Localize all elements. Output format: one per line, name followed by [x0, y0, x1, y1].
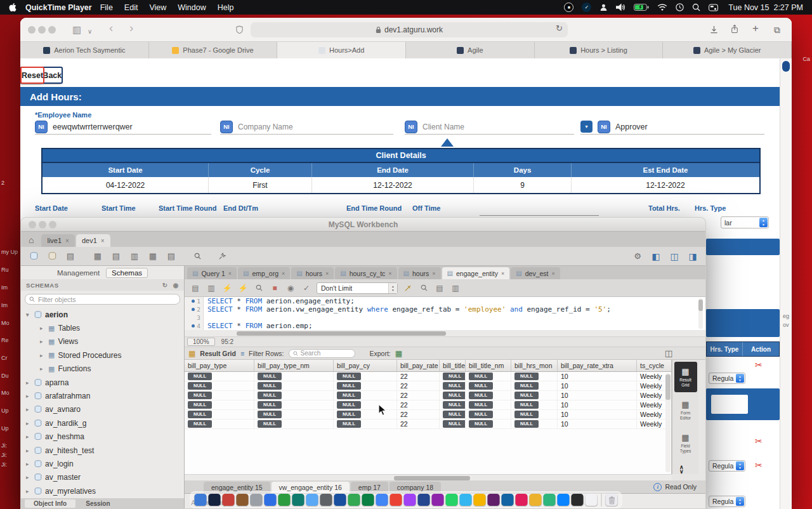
schema-child-item[interactable]: ▸ ▦ Views [21, 335, 184, 348]
grid-cell[interactable]: 10 [558, 372, 637, 381]
grid-cell[interactable]: NULL [440, 410, 466, 419]
tree-collapsed-icon[interactable]: ▸ [40, 352, 45, 359]
browser-tab[interactable]: Hours > Listing [535, 42, 664, 58]
dock-app-icon[interactable] [334, 494, 346, 506]
toggle-secondary-panel-icon[interactable]: ◨ [686, 250, 699, 263]
delete-row-scissors-icon[interactable]: ✂ [755, 436, 763, 446]
grid-cell[interactable]: NULL [511, 400, 558, 409]
grid-cell[interactable]: NULL [440, 420, 466, 428]
delete-row-scissors-icon[interactable]: ✂ [755, 460, 763, 470]
expand-panel-icon[interactable]: ◉ [173, 282, 179, 289]
tree-expanded-icon[interactable]: ▾ [26, 312, 31, 318]
schema-tree-item[interactable]: ▸ aparna [21, 376, 184, 389]
privacy-shield-icon[interactable] [236, 25, 243, 34]
grid-cell[interactable]: NULL [511, 372, 558, 381]
new-model-icon[interactable] [46, 250, 58, 263]
dock-app-icon[interactable] [223, 494, 235, 506]
grid-cell[interactable]: 22 [397, 372, 440, 381]
tree-collapsed-icon[interactable]: ▸ [40, 366, 45, 372]
save-script-icon[interactable]: ▥ [206, 282, 217, 294]
editor-scrollbar[interactable] [698, 298, 703, 329]
close-icon[interactable]: × [325, 270, 329, 277]
result-view-tool[interactable]: ▦ Field Types [674, 428, 697, 458]
grid-cell[interactable]: NULL [334, 381, 397, 390]
editor-horizontal-scrollbar[interactable] [185, 330, 705, 337]
company-name-field[interactable]: NI Company Name [220, 119, 393, 135]
form-action-button[interactable]: Reset [20, 67, 44, 84]
grid-cell[interactable]: 10 [558, 391, 637, 400]
dock-app-icon[interactable] [404, 494, 416, 506]
browser-tab[interactable]: Agile > My Glacier [663, 42, 792, 58]
schema-filter-input[interactable]: Filter objects [25, 294, 180, 305]
new-connection-icon[interactable] [27, 250, 40, 263]
close-icon[interactable]: × [501, 270, 504, 277]
grid-cell[interactable]: 22 [397, 381, 440, 390]
code-line[interactable]: 4 SELECT * FROM aerion.emp; [185, 322, 705, 330]
window-minimize-button[interactable] [38, 26, 46, 34]
grid-cell[interactable]: NULL [254, 381, 334, 390]
dock-app-icon[interactable] [446, 494, 458, 506]
create-schema-icon[interactable]: ▦ [91, 250, 104, 263]
schema-child-item[interactable]: ▸ ▦ Functions [21, 362, 184, 376]
code-line[interactable]: 3 [185, 314, 705, 322]
column-header[interactable]: bill_pay_type_nm [254, 360, 334, 372]
stop-query-icon[interactable]: ■ [269, 282, 280, 294]
close-icon[interactable]: × [101, 237, 105, 244]
schema-tree-item[interactable]: ▸ av_master [21, 471, 184, 484]
grid-cell[interactable]: NULL [185, 420, 254, 428]
close-icon[interactable]: × [282, 270, 285, 277]
grid-cell[interactable]: NULL [511, 420, 558, 428]
dock-app-icon[interactable] [209, 494, 221, 506]
code-line[interactable]: 2 SELECT * FROM aerion.vw_engage_entity … [185, 305, 705, 314]
scrollbar-thumb[interactable] [665, 374, 671, 400]
dock-app-icon[interactable] [237, 494, 249, 506]
tree-collapsed-icon[interactable]: ▸ [40, 325, 45, 331]
toggle-result-panel-icon[interactable]: ◫ [665, 348, 672, 358]
scrollbar-thumb[interactable] [237, 331, 446, 336]
clock-menu-icon[interactable] [676, 3, 684, 11]
schema-child-item[interactable]: ▸ ▦ Stored Procedures [21, 348, 184, 362]
info-icon[interactable]: i [653, 483, 662, 491]
menubar-clock[interactable]: Tue Nov 15 2:27 PM [728, 3, 803, 12]
table-row[interactable]: NULLNULLNULL22NULLNULLNULL10Weekly [185, 400, 672, 410]
dock-app-icon[interactable] [502, 494, 514, 506]
column-header[interactable]: bill_pay_type [185, 360, 254, 372]
browser-tab[interactable]: Hours>Add [277, 42, 406, 58]
sidebar-tab[interactable]: Management [57, 269, 100, 277]
toggle-sidebar-panel-icon[interactable]: ◧ [650, 250, 662, 263]
close-icon[interactable]: × [228, 270, 232, 277]
grid-cell[interactable]: NULL [254, 391, 334, 400]
grid-cell[interactable]: NULL [466, 410, 511, 419]
grid-cell[interactable]: NULL [334, 410, 397, 419]
tab-overview-icon[interactable]: ⧉ [774, 23, 780, 36]
grid-cell[interactable]: 10 [558, 420, 637, 428]
export-recordset-icon[interactable]: ▦ [395, 349, 402, 358]
grid-cell[interactable]: 10 [558, 410, 637, 419]
execute-statement-icon[interactable]: ⚡ [221, 282, 233, 294]
grid-cell[interactable]: 22 [397, 400, 440, 409]
toggle-output-panel-icon[interactable]: ◫ [668, 250, 681, 263]
reload-icon[interactable]: ↻ [556, 23, 563, 33]
hrs-type-select[interactable]: lar ▴▾ [721, 216, 769, 228]
close-icon[interactable]: × [432, 270, 435, 277]
schema-tree-item[interactable]: ▸ av_myrelatives [21, 484, 184, 498]
close-icon[interactable]: × [65, 237, 69, 244]
open-script-icon[interactable]: ▤ [190, 282, 201, 294]
grid-cell[interactable]: NULL [254, 400, 334, 409]
dock-app-icon[interactable] [292, 494, 304, 506]
user-icon[interactable] [599, 3, 608, 11]
grid-cell[interactable]: 10 [558, 381, 637, 390]
window-minimize-button[interactable] [39, 221, 46, 228]
schema-tree-item[interactable]: ▸ arafatrahman [21, 389, 184, 402]
grid-cell[interactable]: 22 [397, 410, 440, 419]
hrs-type-row-select[interactable]: Regula ▴▾ [709, 496, 745, 507]
window-close-button[interactable] [29, 221, 36, 228]
grid-cell[interactable]: NULL [440, 391, 466, 400]
new-tab-icon[interactable]: + [752, 22, 759, 35]
filter-funnel-icon[interactable]: ≡ [240, 350, 244, 357]
create-function-icon[interactable]: ▤ [165, 250, 178, 263]
dock-app-icon[interactable] [265, 494, 277, 506]
grid-cell[interactable]: NULL [254, 420, 334, 428]
row-limit-select[interactable]: Don't Limit ▴▾ [317, 282, 398, 294]
grid-cell[interactable]: NULL [466, 381, 511, 390]
